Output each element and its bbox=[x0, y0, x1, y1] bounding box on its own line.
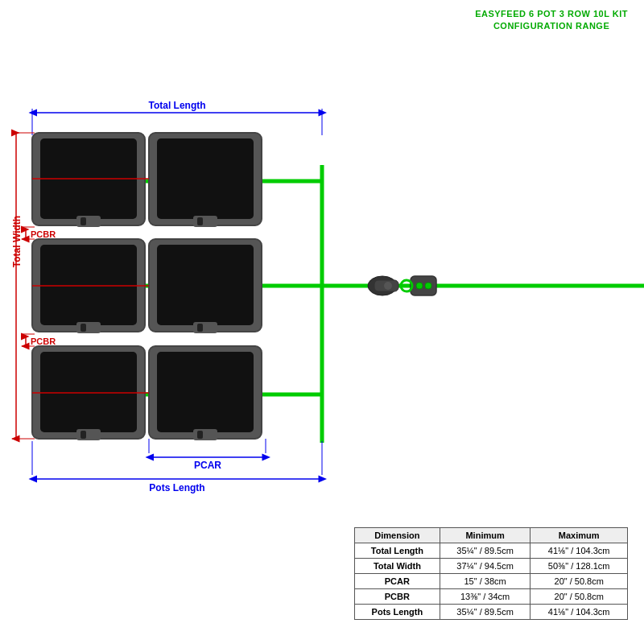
dimension-min: 37¼" / 94.5cm bbox=[440, 559, 530, 574]
table-row: Total Length35¼" / 89.5cm41⅛" / 104.3cm bbox=[355, 543, 628, 559]
dimension-max: 50⅜" / 128.1cm bbox=[530, 559, 628, 574]
svg-rect-25 bbox=[157, 245, 254, 325]
col-header-dimension: Dimension bbox=[355, 528, 440, 543]
col-header-maximum: Maximum bbox=[530, 528, 628, 543]
svg-rect-27 bbox=[197, 324, 203, 332]
svg-rect-29 bbox=[40, 352, 137, 432]
svg-text:PCBR: PCBR bbox=[31, 336, 56, 346]
svg-rect-17 bbox=[157, 138, 254, 219]
dimension-min: 35¼" / 89.5cm bbox=[440, 543, 530, 559]
dimension-max: 41⅛" / 104.3cm bbox=[530, 543, 628, 559]
svg-rect-31 bbox=[80, 431, 86, 439]
title-line1: EASYFEED 6 POT 3 ROW 10L KIT bbox=[475, 8, 628, 20]
svg-rect-21 bbox=[40, 245, 137, 325]
svg-rect-19 bbox=[197, 217, 203, 225]
dimension-max: 20" / 50.8cm bbox=[530, 574, 628, 589]
table-row: PCAR15" / 38cm20" / 50.8cm bbox=[355, 574, 628, 589]
svg-rect-33 bbox=[157, 352, 254, 432]
dimension-min: 35¼" / 89.5cm bbox=[440, 605, 530, 620]
dimension-table: Dimension Minimum Maximum Total Length35… bbox=[354, 527, 628, 620]
table-row: Pots Length35¼" / 89.5cm41⅛" / 104.3cm bbox=[355, 605, 628, 620]
dimension-min: 13⅜" / 34cm bbox=[440, 589, 530, 605]
svg-text:PCAR: PCAR bbox=[194, 460, 221, 471]
dimension-label: Pots Length bbox=[355, 605, 440, 620]
svg-point-41 bbox=[425, 283, 431, 289]
svg-rect-30 bbox=[76, 429, 101, 440]
svg-rect-14 bbox=[76, 216, 101, 227]
dimension-min: 15" / 38cm bbox=[440, 574, 530, 589]
svg-rect-34 bbox=[193, 429, 217, 440]
page-title: EASYFEED 6 POT 3 ROW 10L KIT CONFIGURATI… bbox=[475, 8, 628, 33]
dimension-max: 20" / 50.8cm bbox=[530, 589, 628, 605]
title-line2: CONFIGURATION RANGE bbox=[475, 20, 628, 32]
svg-text:Pots Length: Pots Length bbox=[149, 482, 204, 493]
svg-rect-18 bbox=[193, 216, 217, 227]
dimension-label: PCAR bbox=[355, 574, 440, 589]
svg-rect-15 bbox=[80, 217, 86, 225]
table-row: PCBR13⅜" / 34cm20" / 50.8cm bbox=[355, 589, 628, 605]
svg-point-40 bbox=[416, 283, 423, 289]
svg-rect-23 bbox=[80, 324, 86, 332]
dimension-label: PCBR bbox=[355, 589, 440, 605]
dimension-label: Total Length bbox=[355, 543, 440, 559]
col-header-minimum: Minimum bbox=[440, 528, 530, 543]
svg-text:PCBR: PCBR bbox=[31, 229, 56, 239]
dimension-max: 41⅛" / 104.3cm bbox=[530, 605, 628, 620]
svg-text:Total Length: Total Length bbox=[148, 100, 205, 111]
dimension-label: Total Width bbox=[355, 559, 440, 574]
svg-point-38 bbox=[384, 282, 392, 290]
svg-rect-22 bbox=[76, 322, 101, 333]
table-row: Total Width37¼" / 94.5cm50⅜" / 128.1cm bbox=[355, 559, 628, 574]
svg-rect-26 bbox=[193, 322, 217, 333]
svg-rect-39 bbox=[411, 276, 436, 295]
svg-text:Total Width: Total Width bbox=[11, 216, 23, 267]
diagram-svg: Total Length Total Width PCBR PCBR PCAR … bbox=[8, 48, 644, 499]
svg-rect-35 bbox=[197, 431, 203, 439]
main-container: EASYFEED 6 POT 3 ROW 10L KIT CONFIGURATI… bbox=[0, 0, 644, 644]
